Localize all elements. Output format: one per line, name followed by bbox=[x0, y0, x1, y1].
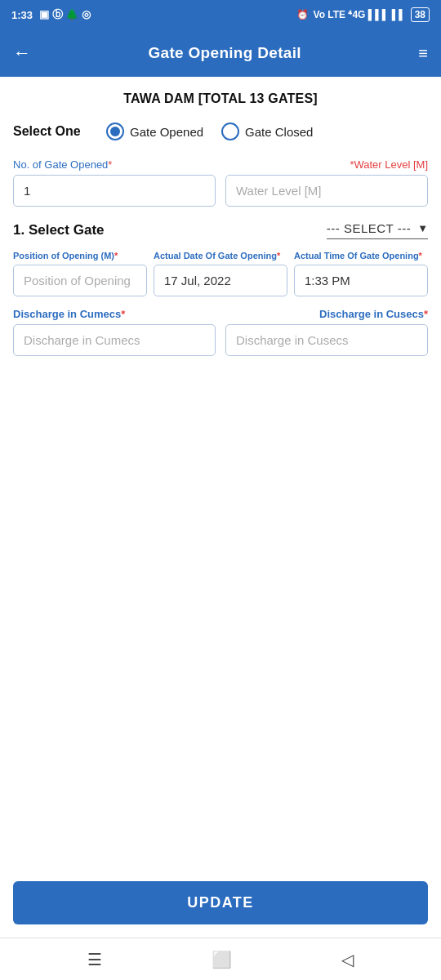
water-level-group: *Water Level [M] bbox=[225, 158, 428, 207]
gate-select-dropdown[interactable]: --- SELECT --- ▼ bbox=[327, 221, 428, 239]
time-input[interactable] bbox=[294, 265, 428, 296]
update-button-container: UPDATE bbox=[0, 868, 441, 938]
discharge-row: Discharge in Cumecs* Discharge in Cusecs… bbox=[13, 308, 428, 356]
nav-menu-icon[interactable]: ☰ bbox=[87, 950, 102, 969]
app-header: ← Gate Opening Detail ≡ bbox=[0, 29, 441, 77]
radio-circle-opened bbox=[106, 122, 124, 140]
menu-button[interactable]: ≡ bbox=[418, 44, 428, 63]
discharge-cusecs-input[interactable] bbox=[225, 324, 428, 356]
position-date-time-row: Position of Opening (M)* Actual Date Of … bbox=[13, 251, 428, 296]
select-one-row: Select One Gate Opened Gate Closed bbox=[13, 122, 428, 140]
gate-section: 1. Select Gate --- SELECT --- ▼ bbox=[13, 221, 428, 239]
no-of-gate-label: No. of Gate Opened* bbox=[13, 158, 216, 171]
status-bar: 1:33 ▣ ⓑ 🌲 ◎ ⏰ Vo LTE ⁴4G ▌▌▌ ▌▌ 38 bbox=[0, 0, 441, 29]
discharge-cusecs-group: Discharge in Cusecs* bbox=[225, 308, 428, 356]
date-label: Actual Date Of Gate Opening* bbox=[154, 251, 287, 261]
discharge-cumecs-group: Discharge in Cumecs* bbox=[13, 308, 216, 356]
update-button[interactable]: UPDATE bbox=[13, 881, 428, 924]
gate-water-row: No. of Gate Opened* *Water Level [M] bbox=[13, 158, 428, 207]
status-icons: ▣ ⓑ 🌲 ◎ bbox=[39, 7, 91, 22]
no-of-gate-input[interactable] bbox=[13, 175, 216, 207]
battery-indicator: 38 bbox=[411, 7, 430, 22]
alarm-icon: ⏰ bbox=[296, 9, 309, 20]
content-spacer bbox=[0, 618, 441, 869]
status-left: 1:33 ▣ ⓑ 🌲 ◎ bbox=[11, 7, 91, 22]
gate-section-label: 1. Select Gate bbox=[13, 222, 105, 238]
status-time: 1:33 bbox=[11, 9, 33, 21]
date-group: Actual Date Of Gate Opening* bbox=[154, 251, 287, 296]
radio-group: Gate Opened Gate Closed bbox=[106, 122, 313, 140]
time-label: Actual Time Of Gate Opening* bbox=[294, 251, 428, 261]
select-one-label: Select One bbox=[13, 124, 87, 139]
discharge-cumecs-input[interactable] bbox=[13, 324, 216, 356]
dropdown-arrow-icon: ▼ bbox=[417, 222, 428, 234]
radio-gate-opened[interactable]: Gate Opened bbox=[106, 122, 203, 140]
position-input[interactable] bbox=[13, 265, 147, 296]
water-level-label: *Water Level [M] bbox=[225, 158, 428, 171]
status-right: ⏰ Vo LTE ⁴4G ▌▌▌ ▌▌ 38 bbox=[296, 7, 430, 22]
back-button[interactable]: ← bbox=[13, 42, 31, 64]
position-group: Position of Opening (M)* bbox=[13, 251, 147, 296]
water-level-input[interactable] bbox=[225, 175, 428, 207]
radio-gate-closed[interactable]: Gate Closed bbox=[221, 122, 313, 140]
gate-select-text: --- SELECT --- bbox=[327, 221, 411, 235]
nav-back-icon[interactable]: ◁ bbox=[341, 950, 354, 969]
nav-home-icon[interactable]: ⬜ bbox=[212, 950, 232, 969]
date-input[interactable] bbox=[154, 265, 287, 296]
dam-title: TAWA DAM [TOTAL 13 GATES] bbox=[13, 91, 428, 106]
radio-circle-closed bbox=[221, 122, 239, 140]
radio-label-opened: Gate Opened bbox=[130, 125, 203, 139]
discharge-cusecs-label: Discharge in Cusecs* bbox=[225, 308, 428, 320]
radio-label-closed: Gate Closed bbox=[245, 125, 313, 139]
discharge-cumecs-label: Discharge in Cumecs* bbox=[13, 308, 216, 320]
page-title: Gate Opening Detail bbox=[149, 44, 301, 62]
bottom-nav: ☰ ⬜ ◁ bbox=[0, 938, 441, 980]
position-label: Position of Opening (M)* bbox=[13, 251, 147, 261]
signal-text: Vo LTE ⁴4G ▌▌▌ ▌▌ bbox=[314, 9, 406, 20]
main-content: TAWA DAM [TOTAL 13 GATES] Select One Gat… bbox=[0, 77, 441, 618]
no-of-gate-group: No. of Gate Opened* bbox=[13, 158, 216, 207]
time-group: Actual Time Of Gate Opening* bbox=[294, 251, 428, 296]
